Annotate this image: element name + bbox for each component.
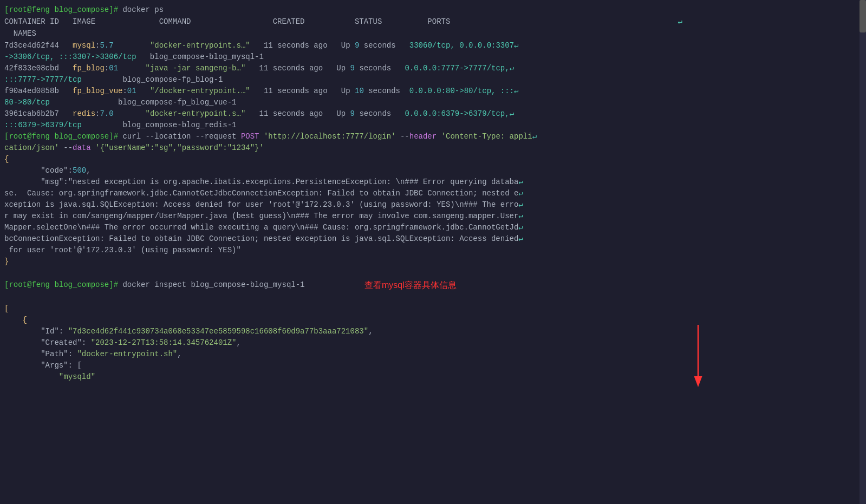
scrollbar-thumb[interactable]	[860, 0, 866, 32]
scrollbar[interactable]	[860, 0, 866, 504]
json-msg-6: bcConnectionException: Failed to obtain …	[0, 233, 866, 245]
table-row: f90a4ed0858b fp_blog_vue:01 "/docker-ent…	[0, 86, 866, 97]
inspect-open-brace: {	[0, 315, 866, 326]
annotation-text: 查看mysql容器具体信息	[364, 280, 457, 290]
json-close: }	[0, 256, 866, 267]
inspect-mysqld: "mysqld"	[0, 371, 866, 383]
json-msg-3: xception is java.sql.SQLException: Acces…	[0, 199, 866, 211]
table-row-cont: :::6379->6379/tcp blog_compose-blog_redi…	[0, 120, 866, 131]
table-row-cont: 80->80/tcp blog_compose-fp_blog_vue-1	[0, 97, 866, 108]
json-msg-5: Mapper.selectOne\n### The error occurred…	[0, 222, 866, 233]
inspect-args: "Args": [	[0, 360, 866, 371]
inspect-id: "Id": "7d3ce4d62f441c930734a068e53347ee5…	[0, 326, 866, 337]
json-code: "code":500,	[0, 165, 866, 176]
command-line-1: [root@feng blog_compose]# docker ps	[0, 4, 866, 16]
inspect-created: "Created": "2023-12-27T13:58:14.34576240…	[0, 337, 866, 349]
command-line-3: [root@feng blog_compose]# docker inspect…	[0, 267, 866, 303]
table-row: 7d3ce4d62f44 mysql:5.7 "docker-entrypoin…	[0, 40, 866, 51]
table-row: 42f833e08cbd fp_blog:01 "java -jar sange…	[0, 63, 866, 74]
inspect-path: "Path": "docker-entrypoint.sh",	[0, 349, 866, 360]
inspect-open-bracket: [	[0, 303, 866, 315]
json-msg-4: r may exist in com/sangeng/mapper/UserMa…	[0, 211, 866, 222]
terminal-window: [root@feng blog_compose]# docker ps CONT…	[0, 0, 866, 504]
table-row-cont: :::7777->7777/tcp blog_compose-fp_blog-1	[0, 74, 866, 86]
command-line-2-cont: cation/json' --data '{"userName":"sg","p…	[0, 142, 866, 154]
json-msg-1: "msg":"nested exception is org.apache.ib…	[0, 176, 866, 188]
table-row: 3961cab6b2b7 redis:7.0 "docker-entrypoin…	[0, 108, 866, 120]
table-header: CONTAINER ID IMAGE COMMAND CREATED STATU…	[0, 16, 866, 28]
table-row-cont: ->3306/tcp, :::3307->3306/tcp blog_compo…	[0, 51, 866, 63]
command-line-2: [root@feng blog_compose]# curl --locatio…	[0, 131, 866, 142]
table-header-names: NAMES	[0, 28, 866, 40]
json-msg-2: se. Cause: org.springframework.jdbc.Cann…	[0, 188, 866, 199]
json-open: {	[0, 154, 866, 165]
json-msg-7: for user 'root'@'172.23.0.3' (using pass…	[0, 245, 866, 256]
